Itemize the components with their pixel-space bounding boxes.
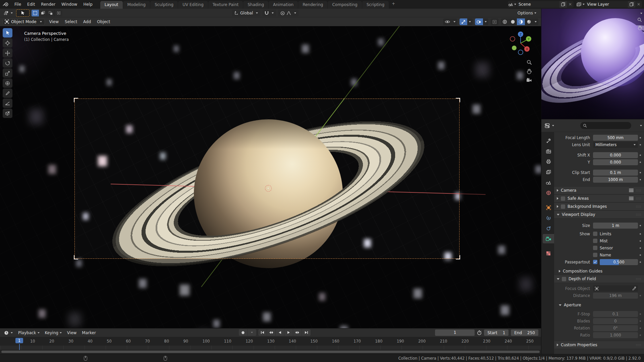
blender-logo-icon[interactable] — [0, 0, 11, 9]
tab-physics[interactable] — [543, 224, 554, 233]
topbar-menu-item[interactable]: Help — [80, 1, 95, 8]
tab-output[interactable] — [543, 157, 554, 166]
select-tweak-button[interactable] — [39, 10, 47, 16]
shift-y-field[interactable]: 0.000 — [593, 159, 638, 165]
camera-view-icon[interactable] — [526, 78, 532, 82]
tab-render[interactable] — [543, 146, 554, 156]
jump-to-end-button[interactable] — [302, 329, 311, 336]
options-dropdown[interactable]: Options — [515, 10, 539, 16]
play-reverse-button[interactable] — [276, 329, 284, 336]
background-images-checkbox[interactable] — [561, 204, 565, 209]
scale-tool[interactable] — [3, 68, 12, 78]
topbar-menu-item[interactable]: Render — [38, 1, 58, 8]
section-background-images[interactable]: Background Images :::: — [554, 202, 644, 210]
shading-rendered-button[interactable] — [525, 18, 533, 25]
passepartout-checkbox[interactable] — [593, 260, 597, 264]
new-view-layer-button[interactable] — [628, 1, 635, 8]
use-preview-range-icon[interactable] — [477, 330, 482, 335]
panel-menu-icon[interactable] — [629, 189, 634, 192]
end-frame-field[interactable]: End250 — [511, 329, 538, 336]
transform-tool[interactable] — [3, 78, 12, 88]
annotate-tool[interactable] — [3, 88, 12, 98]
unlink-scene-button[interactable]: ✕ — [567, 1, 574, 8]
tab-object-data-camera[interactable] — [543, 234, 554, 243]
editor-type-button[interactable] — [2, 10, 14, 16]
view-layer-icon[interactable] — [576, 1, 585, 8]
show-limits-checkbox[interactable] — [593, 232, 597, 236]
properties-search-input[interactable] — [580, 122, 631, 129]
xray-toggle[interactable] — [491, 18, 498, 25]
show-name-checkbox[interactable] — [593, 253, 597, 257]
properties-editor-type-button[interactable] — [543, 123, 555, 128]
panel-grip[interactable]: :::: — [636, 189, 641, 192]
tab-constraints[interactable] — [543, 213, 554, 223]
preview-zoom-icon[interactable] — [637, 17, 642, 22]
overlays-dropdown[interactable] — [483, 18, 488, 25]
show-sensor-checkbox[interactable] — [593, 246, 597, 250]
depth-of-field-checkbox[interactable] — [562, 277, 566, 281]
select-box-tool[interactable] — [3, 28, 12, 38]
animate-dot[interactable] — [638, 295, 643, 296]
scene-name[interactable]: Scene — [517, 2, 559, 7]
workspace-tab[interactable]: Sculpting — [150, 1, 178, 9]
preview-pan-hand-icon[interactable] — [638, 25, 642, 30]
shading-wireframe-button[interactable] — [501, 18, 509, 25]
viewport-menu-item[interactable]: View — [46, 18, 62, 25]
shading-dropdown[interactable] — [533, 18, 538, 25]
view-layer-selector[interactable]: View Layer ✕ — [576, 1, 642, 8]
animate-dot[interactable] — [638, 225, 643, 226]
current-frame-field[interactable]: 1 — [435, 329, 475, 336]
distance-field[interactable]: 196 m — [593, 293, 638, 299]
timeline-menu-item[interactable]: View — [64, 330, 79, 336]
tab-object[interactable] — [543, 203, 554, 212]
select-box-button[interactable] — [32, 10, 39, 16]
move-tool[interactable] — [3, 48, 12, 58]
blades-field[interactable]: 0 — [593, 318, 638, 324]
animate-dot[interactable] — [638, 247, 643, 249]
section-depth-of-field[interactable]: Depth of Field :::: — [554, 275, 644, 283]
viewport-menu-item[interactable]: Object — [94, 18, 113, 25]
workspace-tab[interactable]: Animation — [269, 1, 298, 9]
scene-icon[interactable] — [508, 1, 517, 8]
topbar-menu-item[interactable]: Edit — [24, 1, 38, 8]
transform-orientation-dropdown[interactable]: Global — [232, 10, 260, 16]
topbar-menu-item[interactable]: Window — [58, 1, 80, 8]
tab-scene[interactable] — [543, 178, 554, 187]
section-viewport-display[interactable]: Viewport Display :::: — [554, 210, 644, 219]
workspace-tab[interactable]: Modeling — [123, 1, 150, 9]
new-scene-button[interactable] — [559, 1, 567, 8]
pan-hand-icon[interactable] — [527, 69, 532, 74]
add-workspace-button[interactable]: + — [389, 0, 398, 9]
gizmo-dropdown[interactable] — [467, 18, 473, 25]
select-lasso-button[interactable] — [55, 10, 62, 16]
animate-dot[interactable] — [638, 320, 643, 322]
remove-view-layer-button[interactable]: ✕ — [635, 1, 642, 8]
play-button[interactable] — [284, 329, 293, 336]
workspace-tab[interactable]: Compositing — [328, 1, 362, 9]
ratio-field[interactable]: 1.000 — [593, 332, 638, 338]
auto-keying-toggle[interactable] — [239, 329, 248, 336]
snap-toggle[interactable] — [262, 10, 276, 16]
animate-dot[interactable] — [638, 261, 643, 263]
zoom-icon[interactable] — [527, 60, 532, 65]
panel-grip[interactable]: :::: — [636, 205, 641, 208]
clip-end-field[interactable]: 1000 m — [593, 177, 638, 183]
workspace-tab[interactable]: Scripting — [362, 1, 389, 9]
eyedropper-icon[interactable] — [632, 287, 636, 291]
show-overlays-toggle[interactable] — [475, 18, 483, 25]
tab-tool[interactable] — [543, 136, 554, 145]
measure-tool[interactable] — [3, 99, 12, 108]
animate-dot[interactable] — [638, 162, 643, 163]
animate-dot[interactable] — [638, 240, 643, 242]
camera-frame[interactable] — [74, 99, 460, 259]
tab-texture[interactable] — [543, 249, 554, 258]
section-custom-properties[interactable]: Custom Properties :::: — [554, 341, 644, 349]
jump-next-keyframe-button[interactable] — [293, 329, 302, 336]
navigation-gizmo[interactable]: Z Y X — [507, 30, 534, 56]
animate-dot[interactable] — [638, 144, 643, 145]
animate-dot[interactable] — [638, 327, 643, 329]
topbar-menu-item[interactable]: File — [11, 1, 24, 8]
timeline-scrollbar[interactable] — [0, 350, 541, 354]
show-mist-checkbox[interactable] — [593, 239, 597, 243]
timeline-menu-item[interactable]: Playback — [15, 330, 42, 336]
